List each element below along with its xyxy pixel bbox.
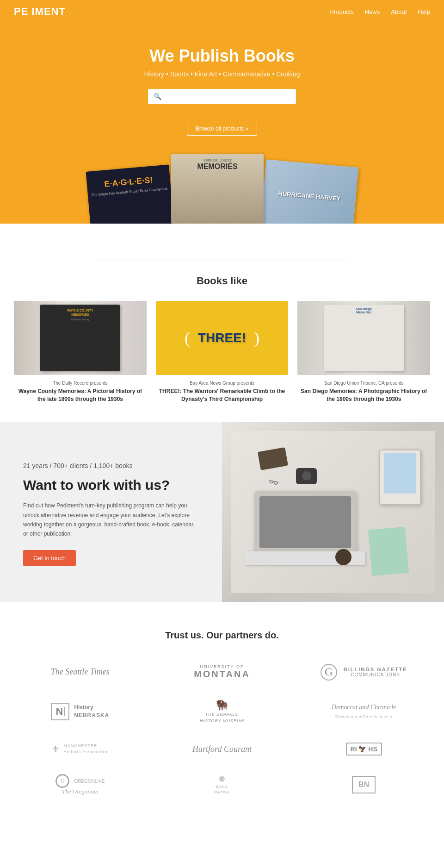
book-item-3: San DiegoMemories San Diego Union Tribun… bbox=[297, 301, 430, 403]
partners-section: Trust us. Our partners do. The Seattle T… bbox=[0, 602, 444, 824]
contact-button[interactable]: Get in touch bbox=[23, 550, 76, 566]
book-harvey: HURRICANE HARVEY bbox=[260, 160, 358, 224]
rihs-bird: 🦅 bbox=[358, 745, 366, 753]
search-icon: 🔍 bbox=[154, 93, 161, 100]
manchester-text: MANCHESTERHistoric Association bbox=[63, 743, 109, 756]
boca-logo-block: ❋ BOCARATON bbox=[215, 774, 229, 795]
boca-text: BOCARATON bbox=[215, 784, 229, 795]
billings-text: BILLINGS GAZETTE bbox=[344, 667, 407, 672]
hn-text-block: History NEBRASKA bbox=[74, 704, 109, 719]
book-item-2: ( THREE! ) Bay Area News Group presents … bbox=[156, 301, 289, 403]
boca-icon: ❋ bbox=[215, 774, 229, 784]
buffalo-icon: 🦬 bbox=[200, 699, 244, 711]
book-name-1: Wayne County Memories: A Pictorial Histo… bbox=[14, 387, 147, 403]
wc-book-sub: A Pictorial History bbox=[71, 318, 89, 321]
ventura-title: MEMORIES bbox=[197, 162, 237, 171]
wc-book-title: WAYNE COUNTYMEMORIES bbox=[67, 308, 93, 317]
history-ne-logo: N bbox=[51, 703, 69, 720]
book-name-3: San Diego Memories: A Photographic Histo… bbox=[297, 387, 430, 403]
nav-links: Products News About Help bbox=[330, 8, 430, 15]
nav-news[interactable]: News bbox=[365, 8, 380, 15]
democrat-main: Democrat and Chronicle bbox=[332, 704, 396, 711]
search-bar[interactable]: 🔍 bbox=[148, 89, 296, 104]
nav-help[interactable]: Help bbox=[418, 8, 430, 15]
partner-boca-raton: ❋ BOCARATON bbox=[215, 774, 229, 795]
work-stats: 21 years / 700+ clients / 1,100+ books bbox=[23, 462, 199, 469]
seattle-times-logo: The Seattle Times bbox=[51, 667, 110, 677]
manchester-icon: ⚜ bbox=[51, 743, 60, 755]
montana-logo: UNIVERSITY OF MONTANA bbox=[194, 664, 250, 680]
partner-oregonlive: O OREGONLIVE The Oregonian bbox=[56, 774, 105, 795]
book-harvey-content: HURRICANE HARVEY bbox=[260, 160, 358, 224]
hn-divider bbox=[64, 707, 65, 716]
book-thumb-3: San DiegoMemories bbox=[297, 301, 430, 375]
history-text: History bbox=[74, 704, 109, 712]
hero-books: E·A·G·L·E·S! The Eagle has landed! Super… bbox=[9, 154, 435, 224]
navigation: PE IMENT Products News About Help bbox=[0, 0, 444, 23]
oregonlive-o: O bbox=[56, 774, 69, 788]
oregonlive-o-text: O bbox=[61, 778, 65, 785]
billings-text-block: BILLINGS GAZETTE COMMUNICATIONS bbox=[344, 667, 407, 677]
partner-seattle-times: The Seattle Times bbox=[51, 667, 110, 677]
book-item-1: WAYNE COUNTYMEMORIES A Pictorial History… bbox=[14, 301, 147, 403]
book-thumb-3-inner: San DiegoMemories bbox=[297, 301, 430, 375]
rihs-hs: HS bbox=[368, 745, 377, 753]
montana-main-text: MONTANA bbox=[194, 669, 250, 680]
partner-hartford-courant: Hartford Courant bbox=[192, 744, 252, 754]
partner-buffalo-museum: 🦬 THE BUFFALOHISTORY MUSEUM bbox=[200, 699, 244, 724]
democrat-sub: DemocratandChronicle.com bbox=[335, 714, 392, 718]
work-right: 👓 bbox=[222, 422, 444, 602]
sd-book: San DiegoMemories bbox=[324, 305, 404, 371]
desk-visual: 👓 bbox=[222, 422, 444, 602]
work-left: 21 years / 700+ clients / 1,100+ books W… bbox=[0, 422, 222, 602]
oregonlive-row: O OREGONLIVE bbox=[56, 774, 105, 788]
nebraska-text: NEBRASKA bbox=[74, 712, 109, 719]
harvey-title: HURRICANE HARVEY bbox=[276, 187, 344, 205]
book-thumb-1: WAYNE COUNTYMEMORIES A Pictorial History bbox=[14, 301, 147, 375]
hero-subtitle: History • Sports • Fine Art • Commemorat… bbox=[9, 70, 435, 78]
work-title: Want to work with us? bbox=[23, 477, 199, 493]
hartford-logo: Hartford Courant bbox=[192, 744, 252, 754]
oregonian-text: The Oregonian bbox=[56, 788, 105, 795]
billings-sub: COMMUNICATIONS bbox=[344, 672, 407, 677]
book-thumb-2: ( THREE! ) bbox=[156, 301, 289, 375]
books-like-section: Books like WAYNE COUNTYMEMORIES A Pictor… bbox=[0, 237, 444, 422]
partner-democrat-chronicle: Democrat and Chronicle DemocratandChroni… bbox=[332, 704, 396, 719]
wc-book: WAYNE COUNTYMEMORIES A Pictorial History bbox=[40, 305, 120, 371]
book-ventura-content: Ventura County MEMORIES bbox=[171, 154, 264, 224]
hn-n: N bbox=[56, 706, 63, 718]
book-name-2: THREE!: The Warriors' Remarkable Climb t… bbox=[156, 387, 289, 403]
partner-buffalo-news: BN bbox=[352, 776, 376, 793]
partners-title: Trust us. Our partners do. bbox=[14, 630, 430, 641]
rihs-text: RI bbox=[351, 745, 357, 753]
buffalo-logo-block: 🦬 THE BUFFALOHISTORY MUSEUM bbox=[200, 699, 244, 724]
partner-ri-historical: RI 🦅 HS bbox=[346, 743, 382, 756]
democrat-logo-block: Democrat and Chronicle DemocratandChroni… bbox=[332, 704, 396, 719]
browse-button[interactable]: Browse all products » bbox=[187, 122, 258, 136]
three-paren-left: ( bbox=[185, 328, 190, 348]
book-thumb-1-inner: WAYNE COUNTYMEMORIES A Pictorial History bbox=[14, 301, 147, 375]
buffalo-text: THE BUFFALOHISTORY MUSEUM bbox=[200, 711, 244, 724]
search-input[interactable] bbox=[165, 93, 290, 100]
nav-about[interactable]: About bbox=[391, 8, 407, 15]
nav-products[interactable]: Products bbox=[330, 8, 353, 15]
work-section: 21 years / 700+ clients / 1,100+ books W… bbox=[0, 422, 444, 602]
partner-billings: G BILLINGS GAZETTE COMMUNICATIONS bbox=[321, 664, 407, 681]
partner-history-nebraska: N History NEBRASKA bbox=[51, 703, 109, 720]
rihs-logo: RI 🦅 HS bbox=[346, 743, 382, 756]
book-presenter-2: Bay Area News Group presents bbox=[156, 381, 289, 386]
books-like-title: Books like bbox=[14, 275, 430, 287]
buffalo-news-logo: BN bbox=[352, 776, 376, 793]
hero-title: We Publish Books bbox=[9, 46, 435, 66]
ventura-label: Ventura County bbox=[203, 158, 232, 162]
hero-section: 327314301289276263250238 225213200188175… bbox=[0, 23, 444, 224]
site-logo[interactable]: PE IMENT bbox=[14, 6, 66, 18]
book-eagles: E·A·G·L·E·S! The Eagle has landed! Super… bbox=[86, 164, 174, 224]
book-ventura: Ventura County MEMORIES bbox=[171, 154, 264, 224]
divider bbox=[97, 261, 347, 261]
sd-book-title: San DiegoMemories bbox=[356, 307, 372, 314]
partners-grid: The Seattle Times UNIVERSITY OF MONTANA … bbox=[14, 664, 430, 796]
partner-manchester: ⚜ MANCHESTERHistoric Association bbox=[51, 743, 109, 756]
book-thumb-2-inner: ( THREE! ) bbox=[156, 301, 289, 375]
oregonlive-logo-block: O OREGONLIVE The Oregonian bbox=[56, 774, 105, 795]
